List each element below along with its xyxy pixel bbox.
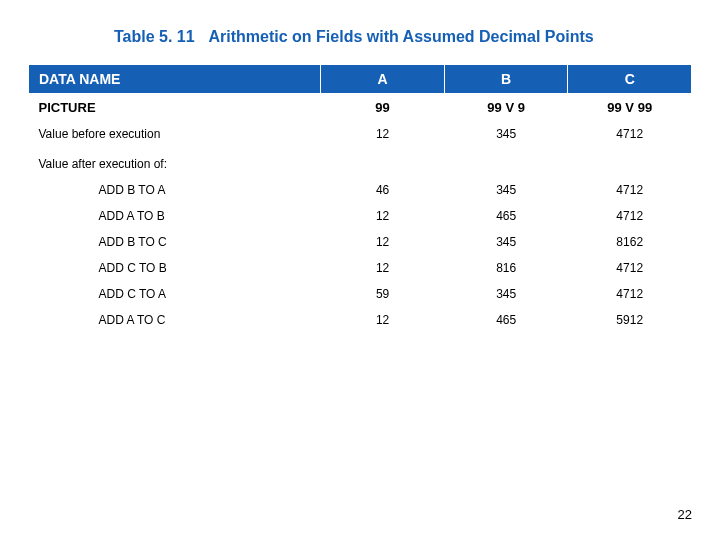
value-before-a: 12 bbox=[321, 121, 445, 147]
table-row: ADD B TO C 12 345 8162 bbox=[29, 229, 692, 255]
value-after-label: Value after execution of: bbox=[29, 147, 692, 177]
table-row: ADD A TO B 12 465 4712 bbox=[29, 203, 692, 229]
op-c: 5912 bbox=[568, 307, 692, 333]
col-data-name: DATA NAME bbox=[29, 65, 321, 94]
table-title: Arithmetic on Fields with Assumed Decima… bbox=[209, 28, 594, 45]
picture-b: 99 V 9 bbox=[444, 94, 568, 122]
value-before-row: Value before execution 12 345 4712 bbox=[29, 121, 692, 147]
op-b: 816 bbox=[444, 255, 568, 281]
table-number: Table 5. 11 bbox=[114, 28, 195, 45]
picture-c: 99 V 99 bbox=[568, 94, 692, 122]
value-before-b: 345 bbox=[444, 121, 568, 147]
op-label: ADD A TO B bbox=[29, 203, 321, 229]
value-before-label: Value before execution bbox=[29, 121, 321, 147]
picture-label: PICTURE bbox=[29, 94, 321, 122]
op-label: ADD C TO A bbox=[29, 281, 321, 307]
op-b: 465 bbox=[444, 307, 568, 333]
table-header-row: DATA NAME A B C bbox=[29, 65, 692, 94]
op-b: 345 bbox=[444, 229, 568, 255]
op-label: ADD A TO C bbox=[29, 307, 321, 333]
op-a: 46 bbox=[321, 177, 445, 203]
op-c: 4712 bbox=[568, 177, 692, 203]
op-c: 8162 bbox=[568, 229, 692, 255]
picture-a: 99 bbox=[321, 94, 445, 122]
op-a: 12 bbox=[321, 203, 445, 229]
col-c: C bbox=[568, 65, 692, 94]
op-c: 4712 bbox=[568, 203, 692, 229]
op-label: ADD C TO B bbox=[29, 255, 321, 281]
col-b: B bbox=[444, 65, 568, 94]
op-b: 465 bbox=[444, 203, 568, 229]
page-number: 22 bbox=[678, 507, 692, 522]
table-row: ADD C TO B 12 816 4712 bbox=[29, 255, 692, 281]
col-a: A bbox=[321, 65, 445, 94]
op-a: 12 bbox=[321, 307, 445, 333]
op-b: 345 bbox=[444, 177, 568, 203]
op-label: ADD B TO C bbox=[29, 229, 321, 255]
op-c: 4712 bbox=[568, 281, 692, 307]
op-b: 345 bbox=[444, 281, 568, 307]
arithmetic-table: DATA NAME A B C PICTURE 99 99 V 9 99 V 9… bbox=[28, 64, 692, 333]
value-after-label-row: Value after execution of: bbox=[29, 147, 692, 177]
value-before-c: 4712 bbox=[568, 121, 692, 147]
op-a: 12 bbox=[321, 255, 445, 281]
table-row: ADD C TO A 59 345 4712 bbox=[29, 281, 692, 307]
op-a: 12 bbox=[321, 229, 445, 255]
table-row: ADD B TO A 46 345 4712 bbox=[29, 177, 692, 203]
op-a: 59 bbox=[321, 281, 445, 307]
picture-row: PICTURE 99 99 V 9 99 V 99 bbox=[29, 94, 692, 122]
table-caption: Table 5. 11 Arithmetic on Fields with As… bbox=[28, 28, 692, 46]
table-row: ADD A TO C 12 465 5912 bbox=[29, 307, 692, 333]
op-c: 4712 bbox=[568, 255, 692, 281]
op-label: ADD B TO A bbox=[29, 177, 321, 203]
